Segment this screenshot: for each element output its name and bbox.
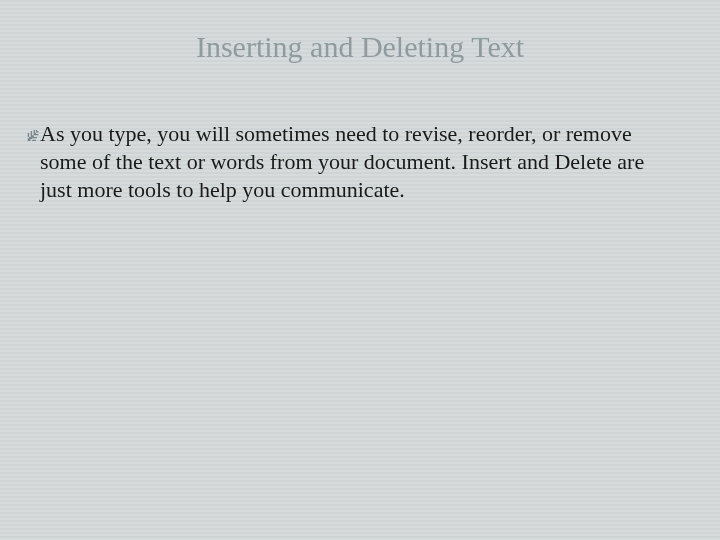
list-item: ⸙ As you type, you will sometimes need t… [28, 120, 680, 204]
slide: Inserting and Deleting Text ⸙ As you typ… [0, 0, 720, 540]
slide-body: ⸙ As you type, you will sometimes need t… [28, 120, 680, 204]
slide-title: Inserting and Deleting Text [0, 30, 720, 64]
bullet-icon: ⸙ [28, 120, 38, 148]
bullet-text: As you type, you will sometimes need to … [40, 120, 680, 204]
